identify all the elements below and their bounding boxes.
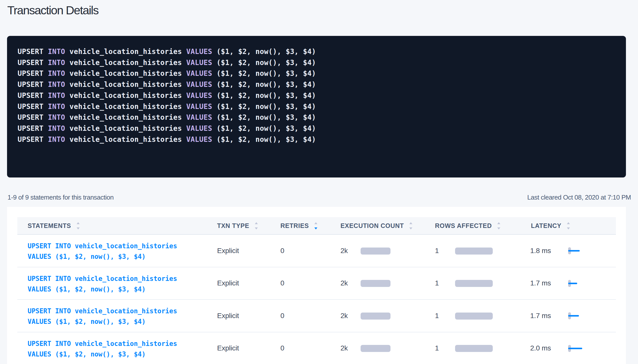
statement-line1[interactable]: UPSERT INTO vehicle_location_histories [28, 307, 177, 315]
sql-statement-line: UPSERT INTO vehicle_location_histories V… [18, 46, 615, 57]
column-header-label[interactable]: LATENCY [531, 222, 561, 229]
rows-affected-value: 1 [435, 344, 439, 352]
table-caption-row: 1-9 of 9 statements for this transaction… [7, 194, 631, 202]
sql-table-name: vehicle_location_histories [70, 135, 182, 144]
latency-mean-bar [568, 315, 579, 317]
last-cleared-timestamp: Last cleared Oct 08, 2020 at 7:10 PM [527, 194, 631, 201]
column-header[interactable]: STATEMENTS [28, 217, 80, 234]
table-row: UPSERT INTO vehicle_location_historiesVA… [17, 300, 616, 332]
column-header[interactable]: LATENCY [531, 217, 570, 234]
sort-desc-icon[interactable] [567, 227, 570, 229]
sql-values-args: ($1, $2, now(), $3, $4) [217, 47, 316, 56]
column-header-label[interactable]: EXECUTION COUNT [340, 222, 404, 229]
statement-link[interactable]: UPSERT INTO vehicle_location_historiesVA… [28, 273, 177, 294]
column-header-label[interactable]: ROWS AFFECTED [435, 222, 492, 229]
statement-line2[interactable]: VALUES ($1, $2, now(), $3, $4) [28, 350, 146, 358]
sql-values-keyword: VALUES [186, 91, 212, 100]
sql-into-keyword: INTO [48, 69, 65, 78]
sql-values-keyword: VALUES [186, 80, 212, 89]
sort-desc-icon[interactable] [255, 227, 258, 229]
table-row: UPSERT INTO vehicle_location_historiesVA… [17, 235, 616, 267]
sql-values-args: ($1, $2, now(), $3, $4) [217, 113, 316, 122]
rows-affected-value: 1 [435, 279, 439, 287]
txn-type-value: Explicit [217, 312, 239, 320]
sql-upsert-token: UPSERT [18, 124, 43, 133]
sort-asc-icon[interactable] [314, 222, 317, 224]
statement-line2[interactable]: VALUES ($1, $2, now(), $3, $4) [28, 318, 146, 325]
statement-line2[interactable]: VALUES ($1, $2, now(), $3, $4) [28, 253, 146, 260]
execution-count-cell: 2k [340, 300, 348, 332]
execution-count-cell: 2k [340, 332, 348, 364]
sort-desc-icon[interactable] [497, 227, 500, 229]
execution-count-value: 2k [340, 344, 348, 352]
statement-line1[interactable]: UPSERT INTO vehicle_location_histories [28, 275, 177, 282]
txn-type-cell: Explicit [217, 235, 239, 267]
sql-into-keyword: INTO [48, 80, 65, 89]
rows-affected-bar [455, 280, 493, 287]
column-header[interactable]: TXN TYPE [217, 217, 258, 234]
txn-type-cell: Explicit [217, 332, 239, 364]
statement-link[interactable]: UPSERT INTO vehicle_location_historiesVA… [28, 241, 177, 262]
sql-into-keyword: INTO [48, 91, 65, 100]
sort-asc-icon[interactable] [497, 222, 500, 224]
sort-carets-icon[interactable] [497, 222, 500, 229]
column-header-label[interactable]: STATEMENTS [28, 222, 71, 229]
sort-asc-icon[interactable] [567, 222, 570, 224]
column-header[interactable]: ROWS AFFECTED [435, 217, 500, 234]
sql-upsert-token: UPSERT [18, 113, 43, 122]
statement-link[interactable]: UPSERT INTO vehicle_location_historiesVA… [28, 306, 177, 327]
execution-count-bar [361, 280, 390, 287]
sort-desc-icon[interactable] [409, 227, 412, 229]
txn-type-value: Explicit [217, 344, 239, 352]
sql-table-name: vehicle_location_histories [70, 69, 182, 78]
sort-carets-icon[interactable] [255, 222, 258, 229]
retries-cell: 0 [280, 300, 284, 332]
latency-cell: 1.7 ms [530, 267, 551, 299]
rows-affected-cell: 1 [435, 267, 439, 299]
retries-cell: 0 [280, 332, 284, 364]
rows-affected-bar [455, 313, 493, 320]
sql-values-keyword: VALUES [186, 135, 212, 144]
execution-count-value: 2k [340, 247, 348, 255]
sql-statement-line: UPSERT INTO vehicle_location_histories V… [18, 79, 615, 90]
sort-asc-icon[interactable] [409, 222, 412, 224]
statement-line2[interactable]: VALUES ($1, $2, now(), $3, $4) [28, 285, 146, 293]
sort-carets-icon[interactable] [77, 222, 80, 229]
latency-mean-bar [568, 348, 582, 349]
execution-count-value: 2k [340, 279, 348, 287]
sql-into-keyword: INTO [48, 102, 65, 111]
retries-value: 0 [280, 247, 284, 255]
sql-values-keyword: VALUES [186, 124, 212, 133]
sql-statement-line: UPSERT INTO vehicle_location_histories V… [18, 112, 615, 123]
sql-values-keyword: VALUES [186, 102, 212, 111]
sort-asc-icon[interactable] [255, 222, 258, 224]
sql-values-args: ($1, $2, now(), $3, $4) [217, 80, 316, 89]
statement-link[interactable]: UPSERT INTO vehicle_location_historiesVA… [28, 338, 177, 359]
sql-values-keyword: VALUES [186, 47, 212, 56]
statements-table: STATEMENTS TXN TYPE RETRIES [17, 217, 616, 364]
sql-values-args: ($1, $2, now(), $3, $4) [217, 69, 316, 78]
sort-carets-icon[interactable] [567, 222, 570, 229]
sql-statement-line: UPSERT INTO vehicle_location_histories V… [18, 57, 615, 68]
sort-desc-icon[interactable] [314, 227, 317, 229]
sort-carets-icon[interactable] [314, 222, 317, 229]
column-header-label[interactable]: RETRIES [280, 222, 309, 229]
statement-line1[interactable]: UPSERT INTO vehicle_location_histories [28, 340, 177, 347]
table-row: UPSERT INTO vehicle_location_historiesVA… [17, 267, 616, 300]
column-header[interactable]: EXECUTION COUNT [340, 217, 412, 234]
statement-line1[interactable]: UPSERT INTO vehicle_location_histories [28, 242, 177, 250]
sql-values-keyword: VALUES [186, 58, 212, 67]
sort-asc-icon[interactable] [77, 222, 80, 224]
sort-desc-icon[interactable] [77, 227, 80, 229]
sql-values-args: ($1, $2, now(), $3, $4) [217, 135, 316, 144]
column-header[interactable]: RETRIES [280, 217, 317, 234]
execution-count-value: 2k [340, 312, 348, 320]
rows-affected-value: 1 [435, 247, 439, 255]
rows-affected-bar [455, 248, 493, 255]
sort-carets-icon[interactable] [409, 222, 412, 229]
column-header-label[interactable]: TXN TYPE [217, 222, 249, 229]
statements-table-card: STATEMENTS TXN TYPE RETRIES [7, 207, 626, 364]
execution-count-bar [361, 313, 390, 320]
sql-statement-line: UPSERT INTO vehicle_location_histories V… [18, 101, 615, 112]
txn-type-cell: Explicit [217, 300, 239, 332]
